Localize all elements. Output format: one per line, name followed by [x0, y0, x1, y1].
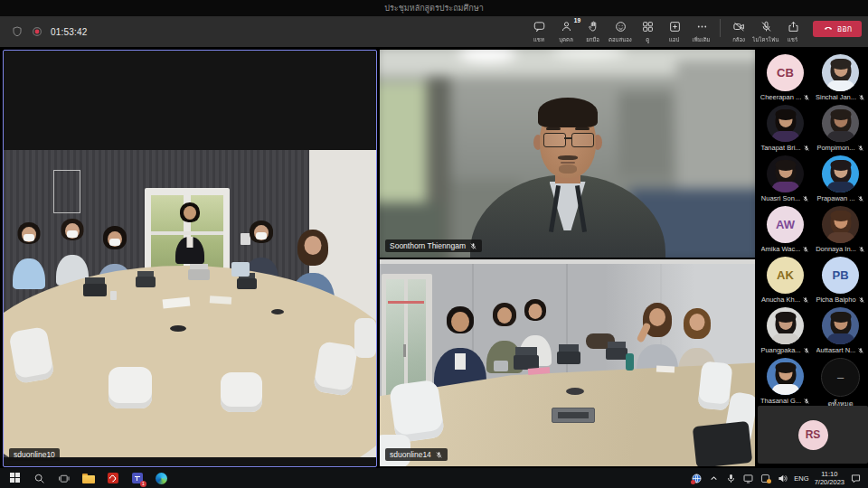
ceiling-line	[380, 259, 755, 264]
mic-off-icon	[802, 195, 809, 202]
teams-icon[interactable]: 1	[130, 472, 144, 485]
laptop	[83, 284, 107, 296]
chair	[697, 361, 732, 410]
control-apps[interactable]: แอป	[661, 20, 688, 44]
mouth	[561, 162, 575, 164]
participant-name-row: Cheerapan ...	[760, 93, 810, 101]
mic-off-icon	[435, 451, 443, 459]
control-group: แชท19บุคคลยกมือตอบสนองดูแอปเพิ่มเติม	[525, 20, 715, 44]
acrobat-icon[interactable]	[106, 472, 119, 485]
task-view-icon[interactable]	[57, 472, 71, 485]
participant-name-row: Thasanai G...	[760, 397, 810, 405]
participant-name-row: Prapawan ...	[816, 194, 863, 202]
participant-name-row: Auttasart N...	[816, 346, 865, 354]
participant-item[interactable]: Tanapat Bri...	[758, 102, 813, 153]
control-camera[interactable]: กล้อง	[725, 20, 752, 44]
leave-button[interactable]: ออก	[813, 21, 862, 37]
participant-item[interactable]: Pompimon...	[813, 102, 868, 153]
red-light-reflection	[388, 301, 424, 304]
video-tile-sduonline14[interactable]: sduonline14	[380, 259, 755, 466]
tray-mic-icon[interactable]	[725, 472, 737, 484]
participant-name: Nuasri Son...	[761, 194, 800, 202]
meeting-title: ประชุมหลักสูตรประถมศึกษา	[384, 2, 483, 14]
participant-name-row: Sinchai Jan...	[816, 93, 865, 101]
mic-off-icon	[803, 94, 810, 101]
tray-display-icon[interactable]	[742, 472, 754, 484]
start-button-icon[interactable]	[8, 472, 22, 485]
person-figure	[13, 222, 45, 289]
participant-item[interactable]: Nuasri Son...	[758, 153, 813, 203]
wall-frame	[53, 170, 80, 213]
video-frame-room14	[380, 259, 755, 466]
control-react[interactable]: ตอบสนอง	[607, 20, 634, 44]
tray-chevron-icon[interactable]	[708, 472, 720, 484]
people-icon: 19	[559, 20, 573, 33]
view-icon	[640, 20, 655, 33]
glasses-right-lens	[571, 133, 594, 147]
raise-hand-label: ยกมือ	[587, 34, 600, 42]
apps-label: แอป	[669, 34, 679, 42]
participant-item[interactable]: Sinchai Jan...	[813, 52, 868, 102]
taskbar-tray: ENG 11:10 7/20/2023	[691, 470, 868, 487]
search-icon[interactable]	[33, 472, 46, 485]
conference-phone	[271, 309, 284, 314]
participant-name: Amika Wac...	[761, 245, 801, 253]
camera-label: กล้อง	[732, 34, 745, 42]
participant-name-row: Puangpaka...	[760, 346, 809, 354]
action-center-icon[interactable]	[850, 472, 862, 484]
participant-item[interactable]: AWAmika Wac...	[758, 203, 813, 254]
participant-item[interactable]: CBCheerapan ...	[758, 52, 813, 102]
laptop	[557, 352, 580, 364]
self-video-tile[interactable]: RS	[758, 406, 868, 464]
teams-meeting-window: ประชุมหลักสูตรประถมศึกษา 01:53:42 แชท19บ…	[0, 0, 868, 488]
mic-off-icon	[803, 145, 810, 152]
participant-avatar	[822, 206, 859, 243]
participant-item[interactable]: –ดูทั้งหมด	[813, 355, 868, 406]
participant-item[interactable]: AKAnucha Kh...	[758, 254, 813, 305]
mic-off-icon	[469, 242, 477, 250]
participant-avatar: AK	[767, 257, 804, 294]
self-avatar: RS	[798, 420, 828, 450]
laptop	[606, 348, 627, 360]
mic-off-icon	[857, 145, 864, 152]
control-chat[interactable]: แชท	[525, 20, 552, 44]
raise-hand-icon	[586, 20, 600, 33]
taskbar-clock[interactable]: 11:10 7/20/2023	[815, 470, 844, 487]
file-explorer-icon[interactable]	[81, 472, 95, 485]
video-tile-soonthorn[interactable]: Soonthorn Thienngam	[380, 50, 755, 258]
people-label: บุคคล	[559, 34, 573, 42]
participant-item[interactable]: PBPicha Baipho	[813, 254, 868, 305]
control-people[interactable]: 19บุคคล	[552, 20, 580, 44]
control-mic[interactable]: ไมโครโฟน	[752, 20, 779, 44]
control-share[interactable]: แชร์	[779, 20, 807, 44]
more-icon	[694, 20, 709, 33]
laptop	[188, 269, 210, 280]
participant-name: Donnaya In...	[816, 245, 856, 253]
control-view[interactable]: ดู	[634, 20, 661, 44]
tray-volume-icon[interactable]	[777, 472, 788, 484]
participant-item[interactable]: Donnaya In...	[813, 203, 868, 254]
edge-icon[interactable]	[155, 472, 168, 485]
cable-hub	[552, 408, 595, 423]
network-globe-icon[interactable]	[691, 472, 703, 484]
participant-item[interactable]: Puangpaka...	[758, 305, 813, 355]
person-figure-soonthorn	[380, 50, 755, 258]
participant-item[interactable]: Thasanai G...	[758, 355, 813, 406]
control-raise-hand[interactable]: ยกมือ	[580, 20, 607, 44]
participant-name-row: Amika Wac...	[761, 245, 810, 253]
apps-icon	[667, 20, 682, 33]
participant-avatar	[822, 54, 859, 91]
control-more[interactable]: เพิ่มเติม	[688, 20, 715, 44]
participant-item[interactable]: Prapawan ...	[813, 153, 868, 203]
language-indicator[interactable]: ENG	[794, 474, 808, 483]
cup	[110, 291, 117, 300]
teams-notification-badge: 1	[140, 481, 146, 487]
more-label: เพิ่มเติม	[693, 34, 711, 42]
participant-name: Picha Baipho	[816, 296, 855, 304]
meeting-timer: 01:53:42	[51, 27, 88, 37]
video-tile-sduonline10[interactable]: sduonline10	[3, 50, 377, 467]
react-icon	[613, 20, 627, 33]
tray-app-icon[interactable]	[760, 472, 771, 484]
participant-item[interactable]: Auttasart N...	[813, 305, 868, 355]
participant-avatar	[767, 307, 804, 344]
